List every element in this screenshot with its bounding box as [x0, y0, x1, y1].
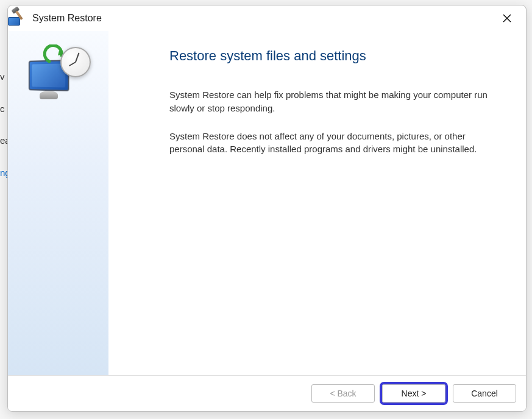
close-button[interactable]: [493, 9, 521, 28]
titlebar-left: System Restore: [10, 10, 102, 27]
wizard-paragraph: System Restore does not affect any of yo…: [169, 130, 498, 157]
system-restore-icon: [25, 48, 92, 103]
wizard-side-panel: [8, 31, 108, 375]
app-icon: [7, 7, 26, 27]
close-icon: [503, 14, 511, 23]
cancel-button[interactable]: Cancel: [453, 384, 516, 403]
next-button[interactable]: Next >: [382, 384, 445, 403]
clock-icon: [60, 47, 91, 77]
wizard-content: Restore system files and settings System…: [108, 31, 526, 375]
wizard-paragraph: System Restore can help fix problems tha…: [169, 88, 498, 115]
window-title: System Restore: [32, 13, 102, 24]
system-restore-dialog: System Restore Restore system files and …: [7, 5, 527, 412]
dialog-body: Restore system files and settings System…: [8, 31, 526, 376]
titlebar: System Restore: [8, 5, 526, 31]
back-button: < Back: [311, 384, 375, 403]
button-bar: < Back Next > Cancel: [8, 376, 526, 411]
wizard-heading: Restore system files and settings: [169, 48, 502, 64]
